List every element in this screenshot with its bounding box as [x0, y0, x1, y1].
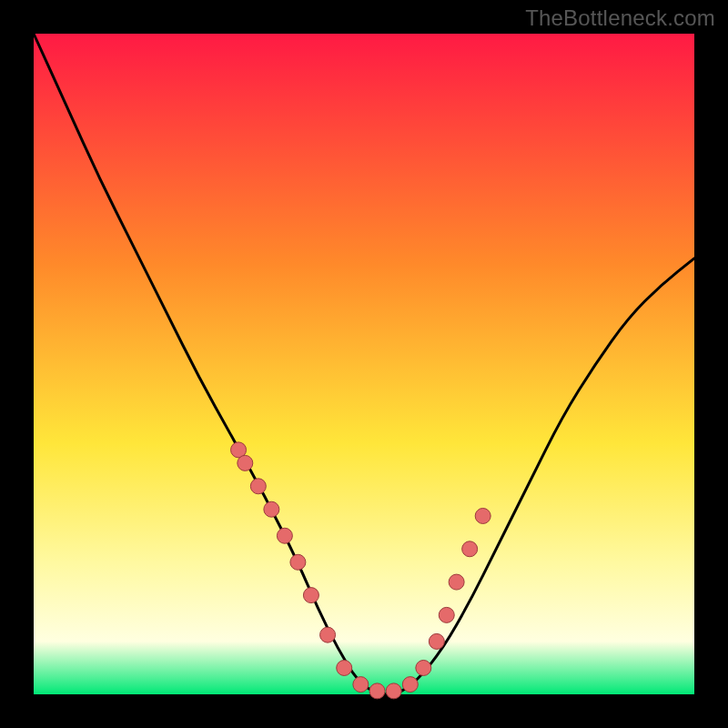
- chart-svg: [0, 0, 728, 728]
- data-point: [402, 677, 418, 693]
- data-point: [303, 588, 318, 603]
- data-point: [264, 501, 279, 517]
- data-point: [337, 660, 352, 675]
- data-point: [416, 660, 431, 675]
- data-point: [429, 633, 444, 649]
- chart-frame: { "watermark": "TheBottleneck.com", "col…: [0, 0, 728, 728]
- data-point: [250, 479, 266, 494]
- data-point: [475, 508, 490, 523]
- data-point: [462, 541, 478, 557]
- data-point: [386, 683, 401, 699]
- data-point: [369, 683, 385, 699]
- data-point: [439, 607, 454, 622]
- data-point: [449, 574, 464, 590]
- data-point: [353, 677, 369, 693]
- watermark-text: TheBottleneck.com: [525, 5, 715, 31]
- data-point: [277, 528, 292, 543]
- data-point: [290, 554, 306, 570]
- data-point: [320, 627, 336, 642]
- data-point: [238, 455, 253, 470]
